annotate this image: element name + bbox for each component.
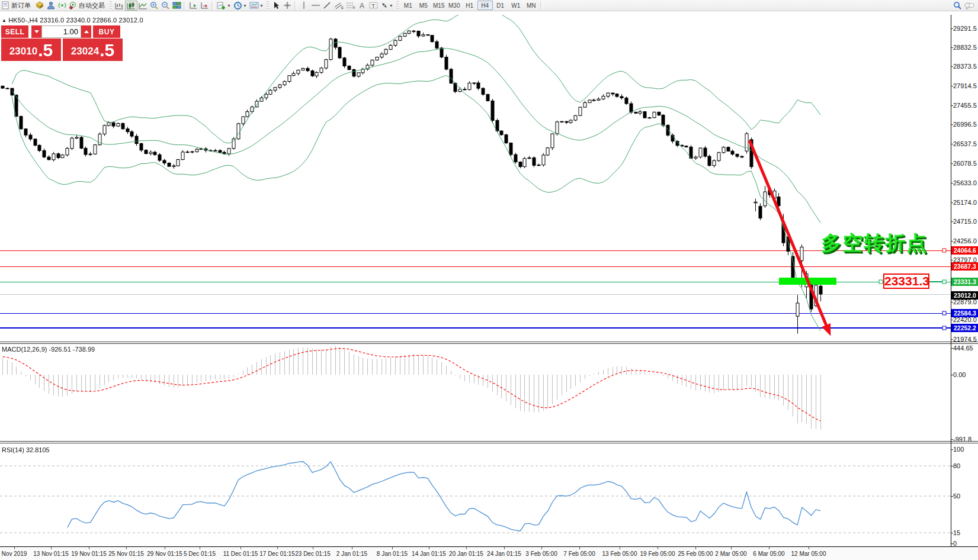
channel-icon: E xyxy=(334,1,344,9)
crosshair-tool-button[interactable] xyxy=(282,1,293,11)
cursor-arrow-icon xyxy=(272,1,280,9)
buy-button[interactable]: BUY xyxy=(93,25,120,38)
toolbar-separator xyxy=(540,1,543,10)
axis-border xyxy=(951,15,951,547)
chevron-down-icon: ▼ xyxy=(389,4,393,8)
indicator-axis-label: 15 xyxy=(953,529,960,536)
timeframe-m15[interactable]: M15 xyxy=(431,1,447,10)
macd-panel-canvas[interactable] xyxy=(0,344,951,442)
text-tool[interactable]: A xyxy=(357,1,368,11)
horizontal-line-tool[interactable] xyxy=(310,1,322,11)
panel-splitter[interactable] xyxy=(0,342,978,344)
volume-increase-button[interactable] xyxy=(81,25,91,38)
arrows-tool-button[interactable]: ▼ xyxy=(379,1,395,11)
zoom-in-button[interactable] xyxy=(149,1,160,11)
time-axis-label: 13 Feb 05:00 xyxy=(602,551,637,557)
contacts-button[interactable] xyxy=(45,1,56,11)
cursor-tool-button[interactable] xyxy=(271,1,282,11)
price-axis-label: 27914.5 xyxy=(953,82,977,89)
price-axis-label: 26996.5 xyxy=(953,121,977,128)
text-label-icon: T xyxy=(369,1,378,9)
signal-broadcast-icon xyxy=(58,1,66,9)
rsi-label: RSI(14) 32.8105 xyxy=(2,446,50,453)
time-tick xyxy=(89,547,89,549)
trendline-tool[interactable] xyxy=(322,1,333,11)
candlestick-icon xyxy=(127,1,136,9)
new-order-button[interactable]: 新订单 xyxy=(0,1,34,11)
new-order-icon xyxy=(1,1,9,9)
timeframe-m30[interactable]: M30 xyxy=(447,1,462,10)
timeframe-h1[interactable]: H1 xyxy=(462,1,477,10)
timeframe-m1[interactable]: M1 xyxy=(400,1,416,10)
indicator-window-button[interactable] xyxy=(188,1,199,11)
autotrading-button[interactable]: 自动交易 xyxy=(68,1,108,11)
timeframe-h4[interactable]: H4 xyxy=(477,1,493,10)
text-label-tool[interactable]: T xyxy=(368,1,379,11)
tile-windows-button[interactable] xyxy=(171,1,182,11)
crosshair-icon xyxy=(283,1,291,9)
zoom-out-button[interactable] xyxy=(160,1,171,11)
timeframe-m5[interactable]: M5 xyxy=(416,1,431,10)
price-axis-badge: 23331.3 xyxy=(951,278,978,286)
one-click-trade-panel: SELL BUY 23010.5 23024.5 xyxy=(1,25,123,61)
time-axis: Nov 201913 Nov 01:1519 Nov 01:1525 Nov 0… xyxy=(0,547,978,560)
time-tick xyxy=(695,547,696,549)
vertical-line-tool[interactable] xyxy=(299,1,310,11)
line-chart-icon xyxy=(139,1,147,9)
time-axis-label: 3 Feb 05:00 xyxy=(525,551,557,557)
template-button[interactable]: ▼ xyxy=(248,1,265,11)
time-tick xyxy=(313,547,313,549)
timeframe-d1[interactable]: D1 xyxy=(493,1,508,10)
period-button[interactable]: ▼ xyxy=(232,1,248,11)
volume-decrease-button[interactable] xyxy=(31,25,41,38)
fibonacci-tool[interactable]: F xyxy=(345,1,357,11)
sell-price-button[interactable]: 23010.5 xyxy=(1,38,61,61)
time-axis-label: 7 Feb 05:00 xyxy=(563,551,595,557)
price-tag-label[interactable]: 23331.3 xyxy=(883,273,929,289)
new-chart-icon xyxy=(217,1,226,10)
time-axis-label: 17 Dec 01:15 xyxy=(259,551,295,557)
sell-price-pip: .5 xyxy=(38,41,53,59)
market-watch-button[interactable] xyxy=(34,1,45,11)
volume-input[interactable] xyxy=(41,25,81,38)
time-axis-label: 12 Mar 05:00 xyxy=(791,551,826,557)
sell-price-int: 23010 xyxy=(9,44,37,59)
line-chart-mode-button[interactable] xyxy=(137,1,149,11)
search-button[interactable] xyxy=(952,1,963,11)
time-tick xyxy=(658,547,658,549)
timeframe-bar: M1M5M15M30H1H4D1W1MN xyxy=(400,1,539,10)
time-tick xyxy=(769,547,769,549)
signals-button[interactable] xyxy=(56,1,68,11)
depth-of-market-icon xyxy=(200,1,209,9)
price-axis-label: 27455.5 xyxy=(953,102,977,109)
main-chart-canvas[interactable] xyxy=(0,15,951,342)
timeframe-w1[interactable]: W1 xyxy=(508,1,524,10)
time-axis-label: 2 Jan 01:15 xyxy=(336,551,367,557)
time-axis-label: 25 Feb 05:00 xyxy=(678,551,713,557)
new-chart-button[interactable]: ▼ xyxy=(216,1,232,11)
panel-splitter[interactable] xyxy=(0,441,978,443)
fibonacci-icon: F xyxy=(346,1,355,9)
equidistant-channel-tool[interactable]: E xyxy=(333,1,345,11)
time-tick xyxy=(620,547,620,549)
clock-icon xyxy=(233,1,242,10)
buy-price-button[interactable]: 23024.5 xyxy=(63,38,123,61)
timeframe-mn[interactable]: MN xyxy=(524,1,539,10)
bar-chart-mode-button[interactable] xyxy=(114,1,125,11)
buy-price-pip: .5 xyxy=(100,41,114,59)
sell-button[interactable]: SELL xyxy=(1,25,28,38)
indicator-axis-label: 80 xyxy=(953,462,960,469)
time-tick xyxy=(165,547,165,549)
candle-chart-mode-button[interactable] xyxy=(125,1,137,11)
chevron-down-icon: ▼ xyxy=(259,4,264,8)
toolbar-separator xyxy=(184,1,187,10)
collapse-panel-icon[interactable]: ▲ xyxy=(2,18,7,23)
depth-of-market-button[interactable] xyxy=(199,1,210,11)
time-tick xyxy=(352,547,352,549)
price-axis-badge: 23012.0 xyxy=(951,291,978,300)
rsi-panel-canvas[interactable] xyxy=(0,444,951,546)
chat-button[interactable] xyxy=(963,1,976,11)
time-axis-label: 20 Jan 01:15 xyxy=(449,551,483,557)
price-axis-badge: 23687.3 xyxy=(951,262,978,271)
price-axis-label: 28832.5 xyxy=(953,44,977,51)
